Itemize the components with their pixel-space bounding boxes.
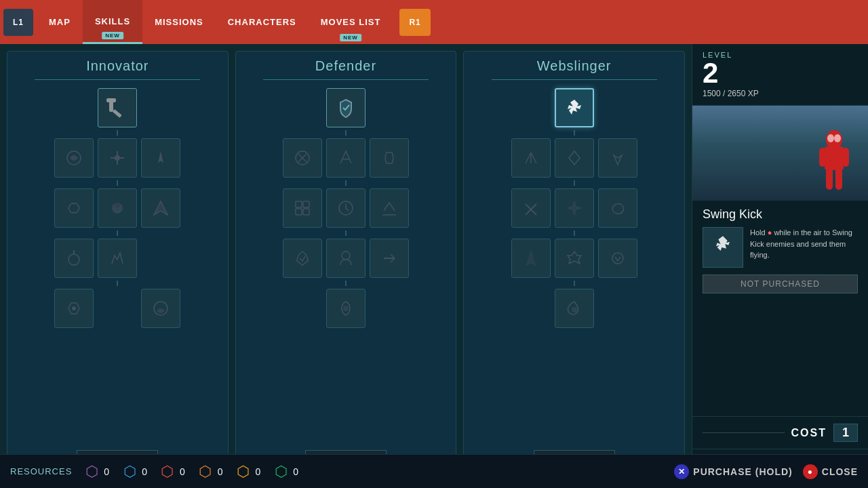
skill-innovator-1-3[interactable]	[141, 138, 180, 178]
skill-webslinger-3-2[interactable]	[555, 239, 594, 278]
webslinger-divider	[492, 79, 657, 80]
orange-icon: ⬡	[196, 462, 215, 481]
skill-name: Swing Kick	[703, 207, 858, 222]
innovator-row-2	[54, 188, 180, 228]
skill-webslinger-2-3[interactable]	[598, 188, 637, 228]
purchase-label: PURCHASE (HOLD)	[693, 466, 792, 477]
skill-webslinger-2-2[interactable]	[555, 188, 594, 228]
nav-missions[interactable]: MISSIONS	[142, 0, 216, 44]
skills-label: SKILLS	[95, 16, 130, 26]
skill-thumb	[703, 227, 743, 268]
svg-rect-17	[296, 209, 302, 215]
skill-webslinger-4-2[interactable]	[555, 289, 594, 328]
svg-point-33	[827, 134, 834, 142]
red-icon: ⬡	[158, 462, 177, 481]
moves-label: MOVES LIST	[321, 17, 381, 27]
skill-innovator-1-1[interactable]	[54, 138, 94, 178]
innovator-title: Innovator	[86, 58, 149, 74]
skill-webslinger-1-3[interactable]	[598, 138, 637, 178]
defender-row-3	[283, 239, 409, 278]
red-count: 0	[180, 466, 185, 477]
nav-map[interactable]: MAP	[37, 0, 83, 44]
skill-webslinger-3-1[interactable]	[511, 239, 551, 278]
skill-defender-3-2[interactable]	[326, 239, 366, 278]
purchase-icon: ✕	[674, 464, 689, 479]
skill-webslinger-top[interactable]	[555, 88, 594, 127]
skill-webslinger-1-2[interactable]	[555, 138, 594, 178]
defender-title: Defender	[315, 58, 376, 74]
svg-rect-15	[296, 201, 302, 207]
svg-rect-18	[303, 209, 309, 215]
skill-defender-1-1[interactable]	[283, 138, 322, 178]
d-connector-2	[345, 230, 347, 236]
w-connector-0	[574, 130, 575, 136]
skill-innovator-4-1[interactable]	[54, 289, 94, 328]
skill-detail-section: Swing Kick Hold ● while in the air to Sw…	[692, 201, 868, 417]
nav-skills[interactable]: SKILLS NEW	[83, 0, 142, 44]
d-connector-3	[345, 281, 347, 286]
skill-webslinger-2-1[interactable]	[511, 188, 551, 228]
map-label: MAP	[49, 17, 71, 27]
svg-point-22	[343, 306, 349, 311]
close-button[interactable]: ● CLOSE	[803, 464, 858, 479]
skill-webslinger-3-3[interactable]	[598, 239, 637, 278]
skill-innovator-2-3[interactable]	[141, 188, 180, 228]
nav-r1[interactable]: R1	[399, 9, 430, 36]
resource-blue: ⬡ 0	[120, 462, 151, 481]
skill-defender-2-3[interactable]	[370, 188, 409, 228]
purple-count: 0	[104, 466, 109, 477]
nav-l1[interactable]: L1	[3, 9, 33, 36]
skill-defender-3-1[interactable]	[283, 239, 322, 278]
skill-defender-4-2[interactable]	[326, 289, 366, 328]
svg-rect-29	[819, 148, 826, 167]
defender-row-4	[283, 289, 409, 328]
skill-defender-1-3[interactable]	[370, 138, 409, 178]
character-preview	[692, 106, 868, 201]
cost-label: COST	[791, 427, 827, 439]
close-icon: ●	[803, 464, 818, 479]
skill-defender-1-2[interactable]	[326, 138, 366, 178]
webslinger-row-0	[555, 88, 594, 127]
nav-characters[interactable]: CHARACTERS	[216, 0, 309, 44]
green-count: 0	[293, 466, 298, 477]
main-content: Innovator	[0, 44, 868, 485]
w-connector-1	[574, 180, 575, 186]
skill-innovator-4-3[interactable]	[141, 289, 180, 328]
skill-defender-3-3[interactable]	[370, 239, 409, 278]
nav-moves[interactable]: MOVES LIST NEW	[309, 0, 393, 44]
skill-innovator-3-2[interactable]	[98, 239, 137, 278]
connector-1	[117, 180, 118, 186]
svg-point-11	[72, 306, 76, 310]
svg-rect-1	[106, 98, 116, 102]
svg-rect-16	[303, 201, 309, 207]
resource-gold: ⬡ 0	[234, 462, 265, 481]
purchase-button[interactable]: ✕ PURCHASE (HOLD)	[674, 464, 792, 479]
cost-section: COST 1	[692, 417, 868, 449]
w-connector-3	[574, 281, 575, 286]
gold-icon: ⬡	[234, 462, 253, 481]
skills-area: Innovator	[0, 44, 692, 485]
cost-line-left	[703, 432, 785, 433]
skill-innovator-1-2[interactable]	[98, 138, 137, 178]
innovator-row-4	[54, 289, 180, 328]
not-purchased-bar: NOT PURCHASED	[703, 274, 858, 293]
skill-innovator-top[interactable]	[98, 88, 137, 127]
skill-innovator-2-1[interactable]	[54, 188, 94, 228]
skill-trees: Innovator	[7, 51, 685, 478]
connector-2	[117, 230, 118, 236]
skills-new-badge: NEW	[102, 32, 123, 39]
level-section: LEVEL 2 1500 / 2650 XP	[692, 44, 868, 106]
svg-point-34	[834, 134, 841, 142]
skill-tree-innovator: Innovator	[7, 51, 229, 478]
bottom-right-actions: ✕ PURCHASE (HOLD) ● CLOSE	[674, 464, 858, 479]
skill-defender-2-2[interactable]	[326, 188, 366, 228]
webslinger-row-2	[511, 188, 637, 228]
skill-defender-top[interactable]	[326, 88, 366, 127]
skill-webslinger-1-1[interactable]	[511, 138, 551, 178]
skill-defender-2-1[interactable]	[283, 188, 322, 228]
skill-innovator-2-2[interactable]	[98, 188, 137, 228]
orange-count: 0	[218, 466, 223, 477]
defender-row-1	[283, 138, 409, 178]
skill-description: Hold ● while in the air to Swing Kick en…	[750, 227, 858, 268]
skill-innovator-3-1[interactable]	[54, 239, 94, 278]
